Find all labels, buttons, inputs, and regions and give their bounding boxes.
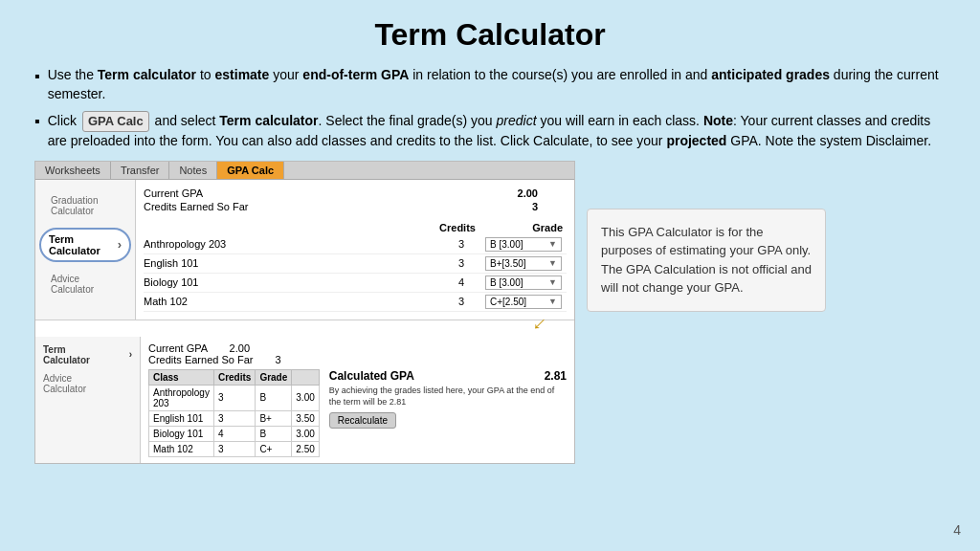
calc-gpa-row: Calculated GPA 2.81 — [329, 369, 567, 383]
grade-value-anthro: B [3.00] — [490, 239, 523, 250]
tab-gpa-calc[interactable]: GPA Calc — [217, 162, 284, 179]
course-name-english: English 101 — [144, 257, 437, 269]
lower-sidebar: TermCalculator › AdviceCalculator — [35, 337, 141, 463]
grade-dropdown-anthro[interactable]: B [3.00] ▼ — [485, 237, 562, 252]
lower-credits-label: Credits Earned So Far — [148, 354, 253, 365]
course-grade-math[interactable]: C+[2.50] ▼ — [485, 295, 567, 309]
credits-cell: 3 — [213, 410, 255, 426]
page-title: Term Calculator — [34, 17, 946, 53]
lower-current-gpa-value: 2.00 — [230, 342, 250, 354]
credits-cell: 4 — [213, 426, 255, 441]
dropdown-arrow-english: ▼ — [548, 258, 557, 268]
lower-current-gpa-row: Current GPA 2.00 — [148, 342, 567, 354]
course-name-biology: Biology 101 — [144, 276, 437, 288]
tab-worksheets[interactable]: Worksheets — [35, 162, 111, 179]
tab-bar: Worksheets Transfer Notes GPA Calc — [35, 162, 574, 180]
lower-credits-row: Credits Earned So Far 3 — [148, 354, 567, 365]
course-row-english: English 101 3 B+[3.50] ▼ — [144, 254, 567, 274]
right-arrow-icon: › — [118, 237, 122, 252]
sidebar-item-advice[interactable]: AdviceCalculator — [35, 266, 135, 302]
grade-dropdown-english[interactable]: B+[3.50] ▼ — [485, 256, 562, 271]
current-gpa-value: 2.00 — [518, 187, 538, 199]
course-name-anthro: Anthropology 203 — [144, 238, 437, 250]
grade-cell: B+ — [256, 410, 292, 426]
credits-value: 3 — [532, 201, 538, 212]
lower-main: Current GPA 2.00 Credits Earned So Far 3 — [141, 337, 574, 463]
points-cell: 3.50 — [292, 410, 319, 426]
calc-main-upper: Current GPA 2.00 Credits Earned So Far 3… — [136, 180, 574, 320]
recalculate-button[interactable]: Recalculate — [329, 412, 396, 429]
course-name-math: Math 102 — [144, 296, 437, 307]
points-cell: 3.00 — [292, 426, 319, 441]
lower-advice-calc-item[interactable]: AdviceCalculator — [39, 371, 136, 396]
points-cell: 2.50 — [292, 441, 319, 456]
lower-current-gpa-label: Current GPA — [148, 342, 208, 354]
table-row: Biology 101 4 B 3.00 — [149, 426, 320, 441]
class-cell: Math 102 — [149, 441, 214, 456]
disclaimer-panel: This GPA Calculator is for the purposes … — [587, 209, 826, 312]
course-credits-anthro: 3 — [437, 238, 485, 250]
lower-table-container: Class Credits Grade Anthropology 203 — [148, 369, 320, 457]
calculated-gpa-section: Calculated GPA 2.81 By achieving the gra… — [329, 369, 567, 457]
grade-dropdown-math[interactable]: C+[2.50] ▼ — [485, 295, 562, 309]
bullet-text-2: Click GPA Calc and select Term calculato… — [48, 111, 946, 151]
course-grade-english[interactable]: B+[3.50] ▼ — [485, 256, 567, 271]
course-grade-biology[interactable]: B [3.00] ▼ — [485, 276, 567, 290]
table-row: English 101 3 B+ 3.50 — [149, 410, 320, 426]
credits-col-header: Credits — [429, 222, 486, 233]
credits-row: Credits Earned So Far 3 — [144, 201, 567, 212]
class-cell: Anthropology 203 — [149, 385, 214, 410]
course-credits-english: 3 — [437, 257, 485, 269]
lower-advice-calc-label: AdviceCalculator — [43, 373, 86, 394]
credits-label: Credits Earned So Far — [144, 201, 248, 212]
courses-table: Class Credits Grade Anthropology 203 — [148, 369, 320, 457]
sidebar-item-term[interactable]: TermCalculator › — [39, 228, 131, 262]
bullet-item-1: Use the Term calculator to estimate your… — [34, 66, 946, 103]
divider-arrow: ↓ — [35, 320, 574, 337]
calc-panel: Worksheets Transfer Notes GPA Calc Gradu… — [34, 161, 575, 464]
lower-table-and-gpa: Class Credits Grade Anthropology 203 — [148, 369, 567, 457]
course-grade-anthro[interactable]: B [3.00] ▼ — [485, 237, 567, 252]
calc-upper-body: GraduationCalculator TermCalculator › Ad… — [35, 180, 574, 320]
calc-lower-body: TermCalculator › AdviceCalculator Curren… — [35, 337, 574, 463]
grade-cell: C+ — [256, 441, 292, 456]
bullet-item-2: Click GPA Calc and select Term calculato… — [34, 111, 946, 151]
bullet-text-1: Use the Term calculator to estimate your… — [48, 66, 946, 103]
grade-value-math: C+[2.50] — [490, 297, 526, 307]
th-class: Class — [149, 369, 214, 385]
sidebar-item-graduation[interactable]: GraduationCalculator — [35, 187, 135, 224]
calc-gpa-label: Calculated GPA — [329, 369, 414, 383]
th-grade: Grade — [256, 369, 292, 385]
credits-cell: 3 — [213, 441, 255, 456]
bullet-list: Use the Term calculator to estimate your… — [34, 66, 946, 151]
grade-value-biology: B [3.00] — [490, 277, 523, 288]
lower-term-calc-label: TermCalculator — [43, 344, 90, 365]
gpa-calc-badge[interactable]: GPA Calc — [82, 111, 149, 132]
current-gpa-row: Current GPA 2.00 — [144, 187, 567, 199]
course-row-biology: Biology 101 4 B [3.00] ▼ — [144, 274, 567, 293]
table-header-row: Class Credits Grade — [149, 369, 320, 385]
courses-header: Credits Grade — [144, 222, 567, 233]
table-row: Math 102 3 C+ 2.50 — [149, 441, 320, 456]
credits-cell: 3 — [213, 385, 255, 410]
lower-term-calc-item[interactable]: TermCalculator › — [39, 342, 136, 367]
calc-gpa-value: 2.81 — [545, 369, 567, 383]
term-label: TermCalculator — [49, 233, 100, 256]
dropdown-arrow-biology: ▼ — [548, 277, 557, 287]
grade-cell: B — [256, 426, 292, 441]
lower-gpa-info: Current GPA 2.00 Credits Earned So Far 3 — [148, 342, 567, 365]
grade-cell: B — [256, 385, 292, 410]
lower-credits-value: 3 — [276, 354, 281, 365]
course-credits-biology: 4 — [437, 276, 485, 288]
current-gpa-label: Current GPA — [144, 187, 203, 199]
course-rows: Anthropology 203 3 B [3.00] ▼ English 10… — [144, 235, 567, 312]
lower-term-arrow-icon: › — [129, 349, 132, 360]
course-row-math: Math 102 3 C+[2.50] ▼ — [144, 293, 567, 312]
course-row-anthro: Anthropology 203 3 B [3.00] ▼ — [144, 235, 567, 254]
main-area: Worksheets Transfer Notes GPA Calc Gradu… — [34, 161, 946, 464]
tab-notes[interactable]: Notes — [169, 162, 217, 179]
grade-col-header: Grade — [486, 222, 563, 233]
tab-transfer[interactable]: Transfer — [111, 162, 170, 179]
calc-sidebar: GraduationCalculator TermCalculator › Ad… — [35, 180, 136, 320]
grade-dropdown-biology[interactable]: B [3.00] ▼ — [485, 276, 562, 290]
